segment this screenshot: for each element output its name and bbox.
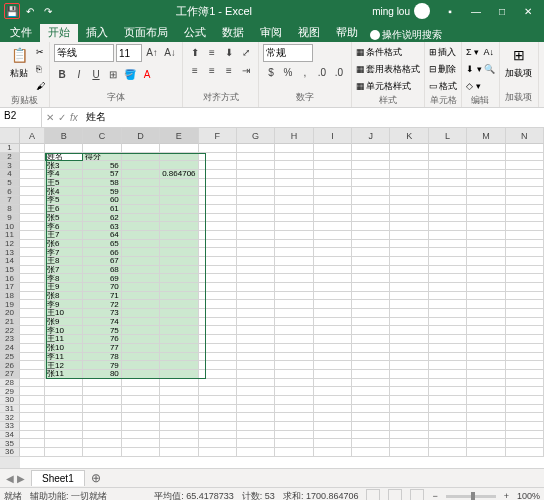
- cell-B21[interactable]: 张9: [45, 318, 83, 327]
- cell-F3[interactable]: [199, 161, 237, 170]
- cell-C21[interactable]: 74: [83, 318, 121, 327]
- cell-G1[interactable]: [237, 144, 275, 153]
- cell-N34[interactable]: [506, 431, 544, 440]
- cell-J2[interactable]: [352, 153, 390, 162]
- cell-D18[interactable]: [122, 292, 160, 301]
- col-header-J[interactable]: J: [352, 128, 390, 144]
- cell-J26[interactable]: [352, 361, 390, 370]
- minimize-icon[interactable]: —: [464, 2, 488, 20]
- cell-K34[interactable]: [390, 431, 428, 440]
- cell-I16[interactable]: [314, 274, 352, 283]
- cell-E30[interactable]: [160, 396, 198, 405]
- cell-H1[interactable]: [275, 144, 313, 153]
- cell-M20[interactable]: [467, 309, 505, 318]
- cell-M35[interactable]: [467, 439, 505, 448]
- align-left-icon[interactable]: ≡: [187, 62, 203, 78]
- cell-A6[interactable]: [20, 187, 45, 196]
- cell-H31[interactable]: [275, 405, 313, 414]
- cell-B2[interactable]: 姓名: [45, 153, 83, 162]
- cell-L7[interactable]: [429, 196, 467, 205]
- cell-D33[interactable]: [122, 422, 160, 431]
- align-center-icon[interactable]: ≡: [204, 62, 220, 78]
- cell-I23[interactable]: [314, 335, 352, 344]
- grow-font-icon[interactable]: A↑: [144, 44, 160, 60]
- cell-F36[interactable]: [199, 448, 237, 457]
- col-header-L[interactable]: L: [429, 128, 467, 144]
- cell-D30[interactable]: [122, 396, 160, 405]
- cell-K30[interactable]: [390, 396, 428, 405]
- cell-H12[interactable]: [275, 240, 313, 249]
- cell-B34[interactable]: [45, 431, 83, 440]
- addins-button[interactable]: ⊞ 加载项: [504, 44, 534, 80]
- cell-C9[interactable]: 62: [83, 214, 121, 223]
- cell-G23[interactable]: [237, 335, 275, 344]
- cell-L21[interactable]: [429, 318, 467, 327]
- align-right-icon[interactable]: ≡: [221, 62, 237, 78]
- cell-F20[interactable]: [199, 309, 237, 318]
- cell-N35[interactable]: [506, 439, 544, 448]
- cell-L6[interactable]: [429, 187, 467, 196]
- cell-D22[interactable]: [122, 326, 160, 335]
- cell-I10[interactable]: [314, 222, 352, 231]
- cell-F17[interactable]: [199, 283, 237, 292]
- cell-F22[interactable]: [199, 326, 237, 335]
- cell-H23[interactable]: [275, 335, 313, 344]
- cell-J23[interactable]: [352, 335, 390, 344]
- cell-H7[interactable]: [275, 196, 313, 205]
- cell-C3[interactable]: 56: [83, 161, 121, 170]
- cell-G29[interactable]: [237, 387, 275, 396]
- increase-decimal-icon[interactable]: .0: [314, 64, 330, 80]
- cell-G32[interactable]: [237, 413, 275, 422]
- cell-H10[interactable]: [275, 222, 313, 231]
- cell-D27[interactable]: [122, 370, 160, 379]
- cell-D16[interactable]: [122, 274, 160, 283]
- cell-F15[interactable]: [199, 266, 237, 275]
- cell-J1[interactable]: [352, 144, 390, 153]
- cell-L18[interactable]: [429, 292, 467, 301]
- undo-icon[interactable]: ↶: [22, 3, 38, 19]
- cell-J25[interactable]: [352, 353, 390, 362]
- tab-help[interactable]: 帮助: [328, 24, 366, 42]
- cell-B27[interactable]: 张11: [45, 370, 83, 379]
- cell-N15[interactable]: [506, 266, 544, 275]
- cell-E20[interactable]: [160, 309, 198, 318]
- cell-D19[interactable]: [122, 300, 160, 309]
- col-header-D[interactable]: D: [122, 128, 160, 144]
- cell-F28[interactable]: [199, 379, 237, 388]
- cell-G20[interactable]: [237, 309, 275, 318]
- cell-L22[interactable]: [429, 326, 467, 335]
- cell-G28[interactable]: [237, 379, 275, 388]
- cell-J27[interactable]: [352, 370, 390, 379]
- cell-G17[interactable]: [237, 283, 275, 292]
- cell-B33[interactable]: [45, 422, 83, 431]
- cell-E19[interactable]: [160, 300, 198, 309]
- cell-B10[interactable]: 李6: [45, 222, 83, 231]
- name-box[interactable]: B2: [0, 108, 42, 127]
- cell-F24[interactable]: [199, 344, 237, 353]
- cell-D7[interactable]: [122, 196, 160, 205]
- cell-D3[interactable]: [122, 161, 160, 170]
- cell-A31[interactable]: [20, 405, 45, 414]
- cell-A1[interactable]: [20, 144, 45, 153]
- cell-C24[interactable]: 77: [83, 344, 121, 353]
- cell-L34[interactable]: [429, 431, 467, 440]
- cell-I35[interactable]: [314, 439, 352, 448]
- cell-A24[interactable]: [20, 344, 45, 353]
- cell-A12[interactable]: [20, 240, 45, 249]
- cell-J20[interactable]: [352, 309, 390, 318]
- cell-N22[interactable]: [506, 326, 544, 335]
- cell-J3[interactable]: [352, 161, 390, 170]
- cell-J5[interactable]: [352, 179, 390, 188]
- cell-B17[interactable]: 王9: [45, 283, 83, 292]
- cell-F34[interactable]: [199, 431, 237, 440]
- redo-icon[interactable]: ↷: [40, 3, 56, 19]
- cell-J36[interactable]: [352, 448, 390, 457]
- cell-J6[interactable]: [352, 187, 390, 196]
- cell-I24[interactable]: [314, 344, 352, 353]
- cell-L12[interactable]: [429, 240, 467, 249]
- cell-D28[interactable]: [122, 379, 160, 388]
- cell-L28[interactable]: [429, 379, 467, 388]
- cell-J7[interactable]: [352, 196, 390, 205]
- cell-A18[interactable]: [20, 292, 45, 301]
- format-button[interactable]: ▭ 格式: [429, 78, 457, 94]
